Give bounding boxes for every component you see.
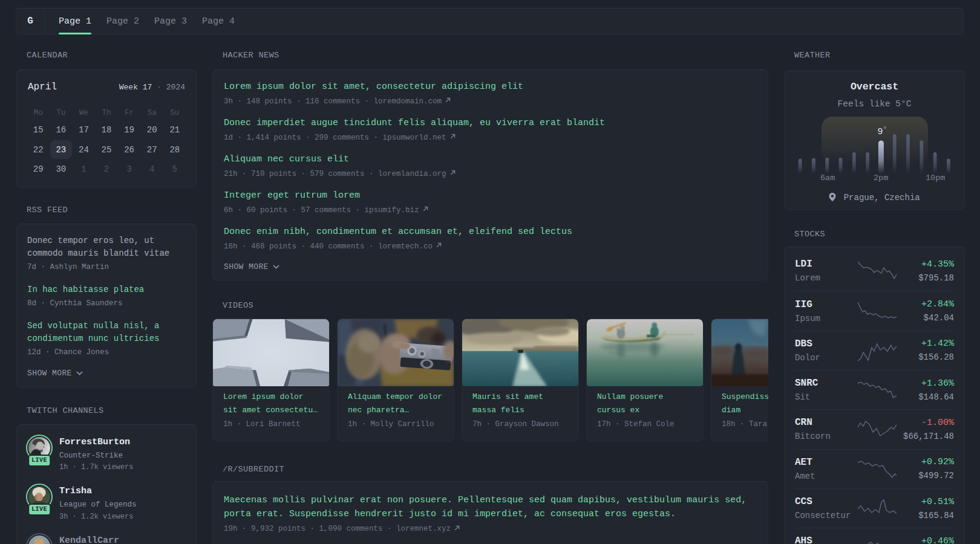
svg-text:9: 9 — [877, 127, 883, 137]
svg-text:°: ° — [883, 126, 887, 133]
